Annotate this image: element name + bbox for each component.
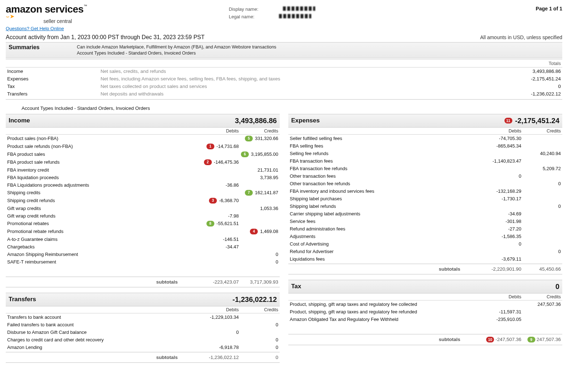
summary-row-value: 0 [503, 84, 561, 89]
expenses-subtotal-credits: 45,450.66 [521, 266, 561, 272]
line-item-label: Gift wrap credits [7, 206, 199, 211]
amount-value: -36.86 [225, 182, 239, 188]
amount-value: 3,738.95 [260, 175, 278, 180]
amount-value: 1,053.36 [260, 206, 278, 211]
amount-value: 3,195,855.00 [251, 151, 278, 157]
transfers-subtotal-credits: 0 [239, 355, 278, 360]
amount-value: -74,705.30 [499, 136, 521, 141]
transfers-title: Transfers [9, 296, 36, 303]
totals-column-header: Totals [6, 59, 562, 67]
amount-value: 21,731.01 [257, 167, 278, 173]
summary-row-label: Tax [7, 84, 101, 89]
amount-value: -146,475.36 [214, 159, 239, 165]
help-link[interactable]: Questions? Get Help Online [6, 26, 64, 31]
line-item-label: Product, shipping, gift wrap taxes and r… [290, 302, 482, 307]
annotation-badge: 2 [204, 159, 212, 165]
line-item-label: Amazon Obligated Tax and Regulatory Fee … [290, 317, 482, 322]
annotation-badge: 8 [206, 221, 214, 227]
account-types-note: Account Types Included - Standard Orders… [22, 106, 562, 111]
summary-row-desc: Net sales, credits, and refunds [101, 69, 503, 74]
credits-header: Credits [239, 307, 278, 312]
line-item-label: Service fees [290, 219, 482, 224]
summary-row-label: Income [7, 69, 101, 74]
summaries-desc-2: Account Types Included - Standard Orders… [77, 50, 276, 56]
debits-header: Debits [199, 307, 239, 312]
income-title: Income [9, 117, 30, 124]
line-item-label: Gift wrap credit refunds [7, 213, 199, 219]
legal-name-label: Legal name: [229, 14, 255, 19]
line-item-label: Carrier shipping label adjustments [290, 211, 482, 216]
annotation-badge: 4 [250, 229, 258, 234]
summary-row-value: -2,175,451.24 [503, 76, 561, 81]
currency-note: All amounts in USD, unless specified [480, 34, 562, 40]
summary-row-label: Transfers [7, 91, 101, 97]
amount-value: -27.20 [508, 226, 521, 232]
line-item-label: FBA selling fees [290, 143, 482, 149]
line-item-label: SAFE-T reimbursement [7, 259, 199, 265]
tax-title: Tax [291, 283, 301, 290]
amount-value: -132,168.29 [497, 188, 521, 194]
amount-value: 162,141.87 [255, 190, 278, 195]
line-item-label: Cost of Advertising [290, 241, 482, 247]
tax-subtotal-credits: 247,507.36 [536, 337, 561, 342]
tax-subtotal-debits: -247,507.36 [495, 337, 521, 342]
line-item-label: Shipping credit refunds [7, 198, 199, 203]
summary-row-desc: Net fees, including Amazon service fees,… [101, 76, 503, 81]
expenses-title: Expenses [291, 117, 320, 124]
line-item-label: Failed transfers to bank account [7, 322, 199, 327]
amount-value: -301.98 [506, 219, 521, 224]
summary-row-value: 3,493,886.86 [503, 69, 561, 74]
annotation-badge: 5 [245, 136, 253, 141]
line-item-label: Promotional rebates [7, 221, 199, 226]
line-item-label: FBA liquidation proceeds [7, 175, 199, 180]
line-item-label: Refund administration fees [290, 226, 482, 232]
summaries-header: Summaries Can include Amazon Marketplace… [6, 42, 562, 59]
amount-value: -7.98 [228, 213, 239, 219]
amazon-services-logo: amazon services™ ⌣➤ seller central [6, 4, 87, 24]
line-item-label: FBA transaction fee refunds [290, 166, 482, 171]
line-item-label: Amazon Shipping Reimbursement [7, 252, 199, 257]
trademark-symbol: ™ [84, 4, 87, 8]
subtotals-label: subtotals [290, 266, 482, 272]
line-item-label: Shipping label refunds [290, 204, 482, 209]
amount-value: -3,679.11 [502, 256, 521, 262]
expenses-total: -2,175,451.24 [515, 117, 559, 125]
amount-value: 0 [519, 173, 521, 179]
amount-value: -11,597.31 [499, 309, 521, 314]
transfers-total: -1,236,022.12 [233, 295, 277, 304]
page-number: Page 1 of 1 [536, 6, 562, 11]
tax-subtotal-credits-badge: 9 [527, 337, 535, 342]
amount-value: -1,730.17 [502, 196, 521, 201]
income-subtotal-credits: 3,717,309.93 [239, 279, 278, 285]
amount-value: 0 [236, 330, 239, 335]
amount-value: -6,918.78 [219, 345, 239, 350]
line-item-label: Amazon Lending [7, 345, 199, 350]
line-item-label: FBA inventory and inbound services fees [290, 188, 482, 194]
logo-seller-central: seller central [6, 19, 87, 24]
amount-value: 0 [276, 322, 278, 327]
amount-value: -865,845.34 [497, 143, 521, 149]
annotation-badge: 7 [245, 190, 253, 196]
line-item-label: Disburse to Amazon Gift Card balance [7, 330, 199, 335]
legal-name-value-redacted [279, 14, 311, 18]
activity-range: Account activity from Jan 1, 2023 00:00 … [6, 34, 205, 41]
amount-value: 331,320.66 [255, 136, 278, 141]
line-item-label: FBA product sale refunds [7, 159, 199, 165]
transfers-subtotal-debits: -1,236,022.12 [199, 355, 239, 360]
credits-header: Credits [239, 129, 278, 134]
tax-subtotal-debits-badge: 10 [486, 337, 494, 342]
amount-value: -55,621.51 [217, 221, 239, 226]
debits-header: Debits [482, 129, 521, 134]
line-item-label: Other transaction fees [290, 173, 482, 179]
line-item-label: Product sale refunds (non-FBA) [7, 144, 199, 149]
expenses-subtotal-debits: -2,220,901.90 [482, 266, 521, 272]
subtotals-label: subtotals [7, 355, 199, 360]
amount-value: 0 [558, 249, 561, 254]
annotation-badge: 6 [241, 151, 249, 157]
amount-value: -14,731.68 [217, 144, 239, 149]
line-item-label: Seller fulfilled selling fees [290, 136, 482, 141]
amount-value: -6,368.70 [219, 198, 239, 203]
amount-value: -1,140,823.47 [493, 158, 521, 164]
amount-value: -146.51 [223, 237, 239, 242]
line-item-label: Selling fee refunds [290, 151, 482, 156]
